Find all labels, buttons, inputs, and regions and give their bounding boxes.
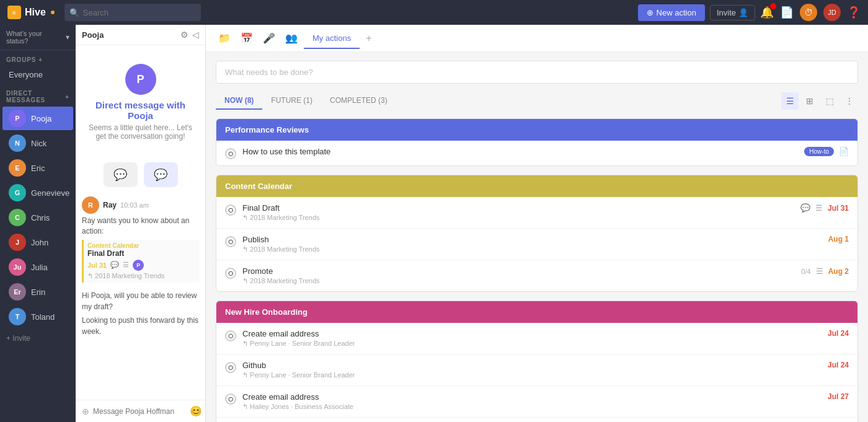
subtask-promote: 0/4 — [801, 268, 810, 275]
groups-label: GROUPS — [6, 56, 36, 63]
action-check-create-email-1[interactable]: ○ — [225, 330, 236, 341]
action-row-final-draft: ○ Final Draft ↰ 2018 Marketing Trends 💬 … — [216, 197, 857, 229]
tab-calendar[interactable]: 📅 — [237, 29, 257, 48]
dm-item-chris[interactable]: C Chris — [2, 206, 73, 229]
dm-add-icon[interactable]: + — [65, 94, 69, 100]
action-check-create-email-2[interactable]: ○ — [225, 393, 236, 405]
avatar-chris: C — [9, 209, 26, 226]
groups-add-icon[interactable]: + — [38, 56, 43, 63]
action-meta-how-to: How-to 📄 — [804, 147, 849, 156]
tab-files[interactable]: 📁 — [215, 29, 234, 48]
project-group-content-calendar: Content Calendar ○ Final Draft ↰ 2018 Ma… — [216, 175, 858, 292]
action-check-publish[interactable]: ○ — [225, 236, 236, 247]
action-row-create-email-2: ○ Create email address ↰ Hailey Jones · … — [216, 386, 857, 418]
action-body-create-email-2: Create email address ↰ Hailey Jones · Bu… — [242, 392, 822, 411]
dm-collapse-icon[interactable]: ◁ — [192, 30, 199, 40]
sidebar-item-everyone[interactable]: Everyone — [2, 66, 73, 83]
action-meta-final-draft: 💬 ☰ Jul 31 — [800, 203, 849, 213]
action-title-how-to: How to use this template — [242, 147, 798, 156]
action-check-promote[interactable]: ○ — [225, 268, 236, 279]
notifications-button[interactable]: 🔔 — [760, 6, 774, 19]
action-body-create-email-1: Create email address ↰ Penny Lane · Seni… — [242, 329, 822, 348]
action-sub-text-promote: ↰ 2018 Marketing Trends — [242, 277, 320, 285]
user-avatar-nav[interactable]: JD — [823, 4, 841, 21]
status-text: What's your status? — [6, 30, 66, 45]
invite-link[interactable]: + Invite — [0, 329, 76, 348]
action-sub-create-email-1: ↰ Penny Lane · Senior Brand Leader — [242, 340, 822, 348]
msg-header-ray: R Ray 10:03 am — [82, 196, 199, 214]
action-title-promote: Promote — [242, 266, 795, 276]
dm-item-julia[interactable]: Ju Julia — [2, 255, 73, 279]
notification-badge — [770, 3, 776, 9]
filter-future[interactable]: FUTURE (1) — [262, 92, 321, 110]
avatar-ray: R — [82, 196, 99, 214]
filter-completed[interactable]: COMPLETED (3) — [321, 92, 396, 110]
filter-now[interactable]: NOW (8) — [216, 92, 262, 110]
action-body-promote: Promote ↰ 2018 Marketing Trends — [242, 266, 795, 285]
files-button[interactable]: 📄 — [780, 6, 794, 19]
action-check-final-draft[interactable]: ○ — [225, 204, 236, 216]
view-list-icon[interactable]: ☰ — [781, 92, 799, 110]
dm-settings-icon[interactable]: ⚙ — [180, 30, 188, 40]
list-icon-final-draft[interactable]: ☰ — [815, 203, 823, 213]
emoji-icon[interactable]: 😊 — [190, 405, 202, 417]
project-header-new-hire: New Hire Onboarding — [216, 301, 857, 323]
dm-item-genevieve[interactable]: G Genevieve — [2, 181, 73, 204]
action-meta-publish: Aug 1 — [828, 235, 849, 244]
action-check-how-to[interactable]: ○ — [225, 148, 236, 159]
add-action-bar[interactable]: What needs to be done? — [216, 61, 858, 84]
view-more-icon[interactable]: ⋮ — [841, 92, 858, 110]
action-title-final-draft: Final Draft — [242, 203, 794, 213]
action-sub-create-email-2: ↰ Hailey Jones · Business Associate — [242, 403, 822, 411]
view-filter-icon[interactable]: ⬚ — [821, 92, 838, 110]
dm-section-header: DIRECT MESSAGES + — [0, 84, 76, 106]
action-check-github[interactable]: ○ — [225, 362, 236, 373]
clock-icon[interactable]: ⏱ — [800, 4, 817, 21]
new-action-plus-icon: ⊕ — [647, 8, 653, 17]
dm-item-pooja[interactable]: P Pooja — [2, 107, 73, 130]
dm-label-eric: Eric — [31, 164, 45, 173]
dm-item-toland[interactable]: T Toland — [2, 305, 73, 328]
status-bar[interactable]: What's your status? ▾ — [0, 25, 76, 50]
attach-icon[interactable]: ⊕ — [82, 407, 89, 416]
tab-people[interactable]: 👥 — [281, 29, 301, 48]
new-action-button[interactable]: ⊕ New action — [638, 4, 705, 21]
action-sub-promote: ↰ 2018 Marketing Trends — [242, 277, 795, 285]
tab-add-icon[interactable]: + — [362, 33, 375, 44]
dm-label-pooja: Pooja — [31, 114, 51, 123]
dm-input[interactable] — [93, 407, 186, 416]
comment-icon-final-draft[interactable]: 💬 — [800, 203, 810, 213]
invite-button[interactable]: Invite 👤 — [710, 5, 755, 20]
search-input[interactable] — [83, 8, 196, 17]
action-doc-icon-how-to[interactable]: 📄 — [839, 147, 849, 156]
dm-input-bar: ⊕ 😊 — [76, 400, 205, 422]
tab-record[interactable]: 🎤 — [259, 29, 279, 48]
project-group-performance-reviews: Performance Reviews ○ How to use this te… — [216, 118, 858, 166]
dm-item-nick[interactable]: N Nick — [2, 131, 73, 155]
list-icon-promote[interactable]: ☰ — [816, 266, 823, 276]
help-button[interactable]: ❓ — [847, 6, 861, 19]
avatar-pooja: P — [9, 110, 26, 127]
dm-item-john[interactable]: J John — [2, 231, 73, 254]
ref-parent: ↰ 2018 Marketing Trends — [87, 272, 195, 280]
invite-label: Invite — [717, 8, 736, 17]
dm-welcome-avatar: P — [125, 64, 156, 95]
avatar-john: J — [9, 234, 26, 251]
chat-followup-1: Hi Pooja, will you be able to review my … — [82, 290, 199, 312]
ref-date: Jul 31 — [87, 262, 107, 269]
dm-chat-area: P Direct message with Pooja Seems a litt… — [76, 45, 205, 400]
content-tabs: 📁 📅 🎤 👥 My actions + — [206, 25, 868, 52]
search-icon: 🔍 — [69, 8, 79, 17]
ref-list-icon: ☰ — [123, 261, 129, 269]
dm-label: DIRECT MESSAGES — [6, 90, 63, 103]
dm-item-eric[interactable]: E Eric — [2, 156, 73, 180]
action-title-create-email-1: Create email address — [242, 329, 822, 338]
action-sub-text-publish: ↰ 2018 Marketing Trends — [242, 245, 320, 253]
search-bar[interactable]: 🔍 — [64, 4, 201, 21]
view-grid-icon[interactable]: ⊞ — [801, 92, 818, 110]
chat-message-ray: R Ray 10:03 am Ray wants you to know abo… — [82, 196, 199, 283]
tag-badge-how-to: How-to — [804, 147, 834, 156]
avatar-julia: Ju — [9, 258, 26, 276]
dm-item-erin[interactable]: Er Erin — [2, 280, 73, 304]
tab-my-actions[interactable]: My actions — [304, 29, 360, 49]
